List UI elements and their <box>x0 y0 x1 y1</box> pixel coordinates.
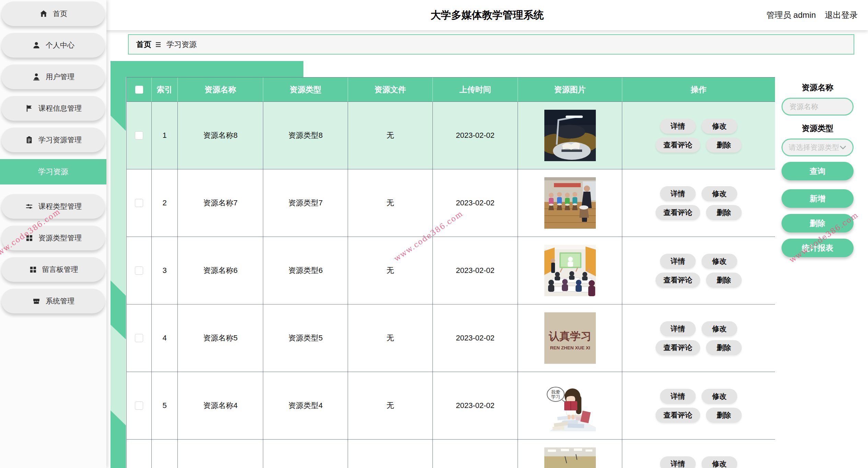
list-separator-icon <box>156 42 162 47</box>
cell-type: 资源类型5 <box>263 304 348 372</box>
filter-panel: 资源名称 资源类型 请选择资源类型 查询 新增 删除 统计报表 <box>782 82 854 257</box>
sidebar-item-course-type[interactable]: 课程类型管理 <box>1 194 105 219</box>
cell-name: 资源名称5 <box>178 304 263 372</box>
resource-image-drum-class <box>544 177 596 229</box>
select-all-checkbox[interactable] <box>135 86 143 94</box>
poster-en-text: REN ZHEN XUE XI <box>550 345 590 350</box>
column-header-actions: 操作 <box>622 77 775 102</box>
detail-button[interactable]: 详情 <box>660 321 696 336</box>
cell-time <box>433 440 518 468</box>
view-comments-button[interactable]: 查看评论 <box>656 273 700 288</box>
resource-image-classroom-screen <box>544 245 596 296</box>
modify-button[interactable]: 修改 <box>702 389 737 404</box>
cell-index: 2 <box>152 169 178 237</box>
row-checkbox[interactable] <box>135 131 143 140</box>
sidebar-item-learning-resources-active[interactable]: 学习资源 <box>0 159 106 184</box>
table-row: 4 资源名称5 资源类型5 无 2023-02-02 认真学习 REN ZHEN… <box>127 304 775 372</box>
search-button[interactable]: 查询 <box>782 162 854 180</box>
row-checkbox[interactable] <box>135 199 143 207</box>
table-row: 1 资源名称8 资源类型8 无 2023-02-02 详情 <box>127 102 775 169</box>
admin-user-label: 管理员 admin <box>766 10 816 21</box>
sidebar-item-label: 课程信息管理 <box>38 104 82 113</box>
cell-file: 无 <box>348 102 433 169</box>
sidebar: 首页 个人中心 用户管理 课程信息管理 学习资源管理 学习资源 课程类型管理 资… <box>0 0 106 468</box>
modify-button[interactable]: 修改 <box>702 186 737 201</box>
detail-button[interactable]: 详情 <box>660 254 696 269</box>
decor-green-band <box>111 61 303 77</box>
sidebar-item-system[interactable]: 系统管理 <box>1 289 105 313</box>
view-comments-button[interactable]: 查看评论 <box>656 205 700 220</box>
table-row: 2 资源名称7 资源类型7 无 2023-02-02 <box>127 169 775 237</box>
flag-icon <box>25 104 34 113</box>
batch-delete-button[interactable]: 删除 <box>782 214 854 232</box>
row-checkbox[interactable] <box>135 401 143 410</box>
delete-button[interactable]: 删除 <box>706 408 742 423</box>
detail-button[interactable]: 详情 <box>660 389 696 404</box>
resource-image-study-poster: 认真学习 REN ZHEN XUE XI <box>544 312 596 364</box>
cell-type: 资源类型7 <box>263 169 348 237</box>
cell-name <box>178 440 263 468</box>
cell-name: 资源名称8 <box>178 102 263 169</box>
detail-button[interactable]: 详情 <box>660 456 696 468</box>
sidebar-item-label: 系统管理 <box>46 296 74 306</box>
cell-time: 2023-02-02 <box>433 102 518 169</box>
cell-index: 3 <box>152 237 178 304</box>
sidebar-item-profile[interactable]: 个人中心 <box>1 33 105 58</box>
sidebar-item-label: 首页 <box>53 9 67 19</box>
add-button[interactable]: 新增 <box>782 189 854 208</box>
resource-image-girl-reading: 我爱 学习 <box>544 380 596 431</box>
resource-image-chalkboard-tv <box>544 447 596 468</box>
resource-name-input[interactable] <box>789 102 846 111</box>
modify-button[interactable]: 修改 <box>702 321 737 336</box>
modify-button[interactable]: 修改 <box>702 456 737 468</box>
report-button[interactable]: 统计报表 <box>782 239 854 257</box>
home-icon <box>39 9 48 18</box>
cell-type: 资源类型8 <box>263 102 348 169</box>
delete-button[interactable]: 删除 <box>706 205 742 220</box>
sidebar-item-label: 学习资源 <box>38 167 68 177</box>
column-header-time: 上传时间 <box>433 77 518 102</box>
sidebar-item-resource-mgmt[interactable]: 学习资源管理 <box>1 128 105 152</box>
header-checkbox-cell <box>127 77 152 102</box>
table-header-row: 索引 资源名称 资源类型 资源文件 上传时间 资源图片 操作 <box>127 77 775 102</box>
delete-button[interactable]: 删除 <box>706 273 742 288</box>
delete-button[interactable]: 删除 <box>706 137 742 153</box>
cell-type <box>263 440 348 468</box>
breadcrumb-home[interactable]: 首页 <box>136 39 151 50</box>
breadcrumb-current: 学习资源 <box>166 39 197 50</box>
cell-name: 资源名称7 <box>178 169 263 237</box>
modify-button[interactable]: 修改 <box>702 119 737 134</box>
sidebar-item-users[interactable]: 用户管理 <box>1 64 105 89</box>
sidebar-item-label: 留言板管理 <box>42 265 78 274</box>
cell-file: 无 <box>348 169 433 237</box>
column-header-file: 资源文件 <box>348 77 433 102</box>
delete-button[interactable]: 删除 <box>706 340 742 355</box>
chevron-down-icon <box>840 145 846 149</box>
resource-type-select[interactable]: 请选择资源类型 <box>782 139 854 156</box>
cell-index: 4 <box>152 304 178 372</box>
cell-name: 资源名称6 <box>178 237 263 304</box>
column-header-image: 资源图片 <box>518 77 622 102</box>
sidebar-item-message-board[interactable]: 留言板管理 <box>1 257 105 282</box>
column-header-type: 资源类型 <box>263 77 348 102</box>
view-comments-button[interactable]: 查看评论 <box>656 408 700 423</box>
cell-index <box>152 440 178 468</box>
sidebar-item-course-info[interactable]: 课程信息管理 <box>1 96 105 121</box>
decor-green-strip <box>111 61 126 468</box>
modify-button[interactable]: 修改 <box>702 254 737 269</box>
resource-image-desk-lamp-book <box>544 110 596 161</box>
sidebar-item-resource-type[interactable]: 资源类型管理 <box>1 226 105 250</box>
app-root: 首页 个人中心 用户管理 课程信息管理 学习资源管理 学习资源 课程类型管理 资… <box>0 0 868 468</box>
user-icon <box>32 41 41 50</box>
view-comments-button[interactable]: 查看评论 <box>656 137 700 153</box>
column-header-index: 索引 <box>152 77 178 102</box>
row-checkbox[interactable] <box>135 334 143 342</box>
sidebar-item-home[interactable]: 首页 <box>1 1 105 26</box>
logout-link[interactable]: 退出登录 <box>825 10 858 21</box>
cell-time: 2023-02-02 <box>433 304 518 372</box>
cell-type: 资源类型4 <box>263 372 348 440</box>
detail-button[interactable]: 详情 <box>660 119 696 134</box>
view-comments-button[interactable]: 查看评论 <box>656 340 700 355</box>
row-checkbox[interactable] <box>135 266 143 275</box>
detail-button[interactable]: 详情 <box>660 186 696 201</box>
